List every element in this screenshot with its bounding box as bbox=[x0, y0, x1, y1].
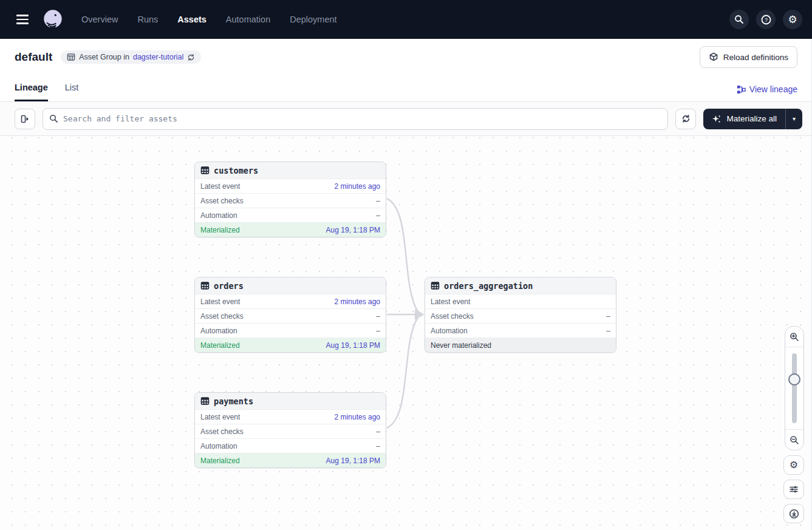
asset-node-orders[interactable]: orders Latest event 2 minutes ago Asset … bbox=[194, 277, 386, 353]
nav-item-overview[interactable]: Overview bbox=[81, 15, 118, 24]
lineage-canvas[interactable]: customers Latest event 2 minutes ago Ass… bbox=[0, 136, 812, 530]
asset-row-latest-event: Latest event bbox=[425, 294, 616, 308]
zoom-out-icon[interactable] bbox=[785, 429, 803, 450]
status-timestamp[interactable]: Aug 19, 1:18 PM bbox=[326, 341, 380, 350]
nav-item-runs[interactable]: Runs bbox=[137, 15, 158, 24]
page-header: default Asset Group in dagster-tutorial … bbox=[0, 39, 812, 75]
asset-row-asset-checks: Asset checks – bbox=[195, 424, 386, 438]
table-icon bbox=[67, 53, 75, 61]
view-lineage-link[interactable]: View lineage bbox=[737, 84, 797, 101]
asset-group-badge: Asset Group in dagster-tutorial bbox=[61, 50, 201, 64]
asset-row-latest-event: Latest event 2 minutes ago bbox=[195, 409, 386, 424]
asset-name: orders bbox=[214, 281, 244, 291]
asset-node-header[interactable]: payments bbox=[195, 393, 386, 409]
zoom-panel bbox=[785, 326, 804, 450]
search-input[interactable] bbox=[63, 114, 661, 123]
asset-row-automation: Automation – bbox=[425, 323, 616, 338]
reload-definitions-button[interactable]: Reload definitions bbox=[700, 46, 797, 68]
status-badge: Materialized bbox=[200, 341, 240, 350]
asset-row-automation: Automation – bbox=[195, 208, 386, 222]
edge-payments-to-aggregation bbox=[387, 318, 418, 428]
asset-node-payments[interactable]: payments Latest event 2 minutes ago Asse… bbox=[194, 392, 386, 468]
asset-node-customers[interactable]: customers Latest event 2 minutes ago Ass… bbox=[194, 161, 386, 237]
graph-filters-icon[interactable] bbox=[783, 480, 804, 499]
asset-row-asset-checks: Asset checks – bbox=[195, 193, 386, 208]
search-icon[interactable] bbox=[729, 10, 749, 29]
nav-item-automation[interactable]: Automation bbox=[226, 15, 270, 24]
status-timestamp[interactable]: Aug 19, 1:18 PM bbox=[326, 226, 380, 234]
zoom-in-icon[interactable] bbox=[785, 327, 803, 347]
asset-row-automation: Automation – bbox=[195, 323, 386, 338]
search-icon bbox=[49, 114, 58, 123]
nav-item-deployment[interactable]: Deployment bbox=[290, 15, 336, 24]
sync-icon[interactable] bbox=[187, 53, 195, 61]
code-location-icon bbox=[709, 52, 718, 62]
asset-status-footer: Materialized Aug 19, 1:18 PM bbox=[195, 338, 386, 352]
panel-toggle-icon[interactable] bbox=[15, 109, 35, 129]
edge-customers-to-aggregation bbox=[387, 199, 418, 311]
sparkle-icon bbox=[712, 114, 722, 124]
materialize-all-button[interactable]: Materialize all bbox=[703, 109, 785, 129]
nav-right-icons: ? ⚙ bbox=[729, 10, 802, 29]
asset-name: orders_aggregation bbox=[444, 281, 533, 291]
asset-name: payments bbox=[214, 396, 253, 406]
asset-node-orders-aggregation[interactable]: orders_aggregation Latest event Asset ch… bbox=[425, 277, 616, 353]
latest-event-link[interactable]: 2 minutes ago bbox=[335, 297, 380, 306]
zoom-slider[interactable] bbox=[785, 347, 803, 429]
lineage-edges bbox=[0, 136, 812, 530]
asset-status-footer: Materialized Aug 19, 1:18 PM bbox=[195, 222, 386, 237]
lineage-graph-icon bbox=[737, 85, 746, 94]
zoom-slider-handle[interactable] bbox=[788, 373, 800, 386]
view-lineage-label: View lineage bbox=[749, 84, 797, 94]
status-timestamp[interactable]: Aug 19, 1:18 PM bbox=[326, 457, 380, 465]
top-navbar: Overview Runs Assets Automation Deployme… bbox=[0, 0, 812, 39]
table-icon bbox=[200, 281, 210, 290]
asset-row-latest-event: Latest event 2 minutes ago bbox=[195, 178, 386, 193]
asset-row-automation: Automation – bbox=[195, 438, 386, 453]
asset-node-header[interactable]: orders bbox=[195, 277, 386, 294]
nav-links: Overview Runs Assets Automation Deployme… bbox=[81, 15, 337, 24]
asset-status-footer: Never materialized bbox=[425, 338, 616, 352]
tabs-row: Lineage List View lineage bbox=[0, 75, 812, 102]
dagster-logo[interactable] bbox=[41, 8, 64, 31]
reload-definitions-label: Reload definitions bbox=[723, 53, 788, 62]
gear-icon[interactable]: ⚙ bbox=[783, 10, 802, 29]
asset-search-box bbox=[43, 108, 668, 130]
download-image-icon[interactable] bbox=[783, 504, 804, 523]
help-icon[interactable]: ? bbox=[756, 10, 776, 29]
latest-event-link[interactable]: 2 minutes ago bbox=[335, 413, 380, 421]
table-icon bbox=[431, 281, 440, 290]
table-icon bbox=[200, 166, 210, 175]
materialize-all-label: Materialize all bbox=[726, 114, 777, 123]
tab-list[interactable]: List bbox=[65, 83, 79, 101]
asset-node-header[interactable]: orders_aggregation bbox=[425, 277, 616, 294]
asset-status-footer: Materialized Aug 19, 1:18 PM bbox=[195, 453, 386, 467]
graph-settings-icon[interactable]: ⚙ bbox=[783, 455, 804, 475]
tab-lineage[interactable]: Lineage bbox=[15, 83, 48, 101]
status-badge: Materialized bbox=[200, 457, 240, 465]
edge-arrowhead bbox=[415, 309, 425, 320]
badge-repo-link[interactable]: dagster-tutorial bbox=[133, 53, 183, 61]
menu-icon[interactable] bbox=[12, 9, 33, 30]
asset-row-latest-event: Latest event 2 minutes ago bbox=[195, 294, 386, 308]
latest-event-link[interactable]: 2 minutes ago bbox=[335, 182, 380, 191]
materialize-dropdown-caret[interactable]: ▾ bbox=[785, 109, 802, 129]
asset-row-asset-checks: Asset checks – bbox=[425, 308, 616, 323]
graph-toolbar: Materialize all ▾ bbox=[0, 102, 812, 136]
nav-item-assets[interactable]: Assets bbox=[177, 15, 206, 24]
asset-row-asset-checks: Asset checks – bbox=[195, 308, 386, 323]
status-badge: Never materialized bbox=[431, 341, 491, 350]
asset-name: customers bbox=[214, 166, 258, 175]
page-title: default bbox=[15, 50, 52, 64]
badge-prefix: Asset Group in bbox=[79, 53, 129, 61]
refresh-icon[interactable] bbox=[675, 109, 696, 129]
materialize-all-split-button: Materialize all ▾ bbox=[703, 109, 802, 129]
status-badge: Materialized bbox=[200, 226, 240, 234]
svg-text:?: ? bbox=[764, 17, 767, 23]
asset-node-header[interactable]: customers bbox=[195, 162, 386, 178]
zoom-slider-track[interactable] bbox=[792, 353, 797, 423]
table-icon bbox=[200, 396, 210, 406]
